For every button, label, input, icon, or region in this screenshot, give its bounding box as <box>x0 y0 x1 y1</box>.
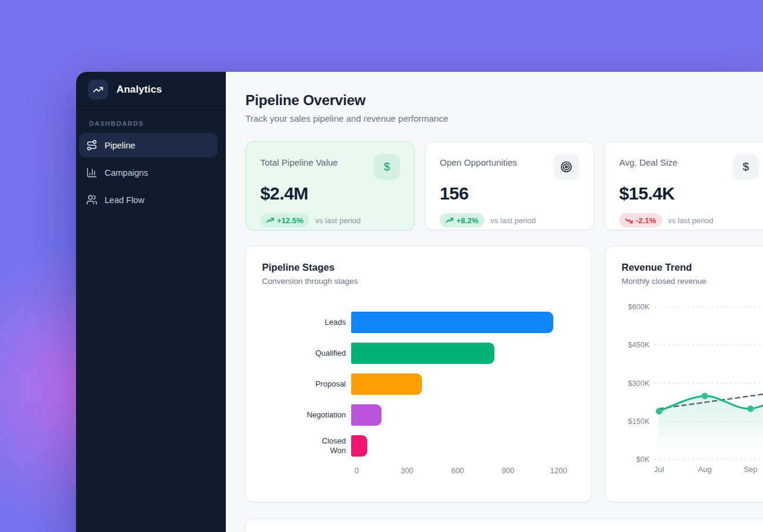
page-title: Pipeline Overview <box>245 92 763 109</box>
brand-title: Analytics <box>116 84 162 96</box>
sidebar-item-campaigns[interactable]: Campaigns <box>79 160 217 185</box>
delta-badge: +8.2% <box>440 213 484 227</box>
compare-label: vs last period <box>490 216 536 225</box>
kpi-label: Avg. Deal Size <box>619 155 677 167</box>
kpi-label: Total Pipeline Value <box>260 155 338 167</box>
kpi-value: 156 <box>440 183 579 204</box>
y-tick-label: $450K <box>628 341 650 349</box>
funnel-category-label: Negotiation <box>262 410 351 420</box>
funnel-bar-proposal <box>351 373 422 395</box>
revenue-area-fill <box>659 388 763 460</box>
delta-value: -2.1% <box>636 216 656 225</box>
sidebar-item-pipeline[interactable]: Pipeline <box>79 133 217 157</box>
target-icon <box>553 154 579 180</box>
funnel-category-label: ClosedWon <box>262 436 351 455</box>
pipeline-stages-card: Pipeline Stages Conversion through stage… <box>245 246 592 502</box>
page-subtitle: Track your sales pipeline and revenue pe… <box>245 113 763 124</box>
data-point-dot <box>656 408 663 414</box>
chart-subtitle: Monthly closed revenue <box>622 277 763 286</box>
funnel-bar-negotiation <box>351 404 382 426</box>
funnel-category-label: Qualified <box>262 349 351 358</box>
chart-title: Pipeline Stages <box>262 262 575 273</box>
revenue-chart-svg: $0K$150K$300K$450K$600KJulAugSep <box>622 301 763 479</box>
x-tick-label: 1200 <box>550 466 567 475</box>
delta-value: +8.2% <box>456 216 478 225</box>
route-icon <box>86 140 97 151</box>
sidebar: Analytics DASHBOARDS Pipeline Campaigns <box>76 72 226 532</box>
chart-subtitle: Conversion through stages <box>262 277 575 286</box>
y-tick-label: $0K <box>636 455 650 464</box>
bar-chart-icon <box>86 167 97 178</box>
y-tick-label: $300K <box>628 379 650 388</box>
y-tick-label: $600K <box>628 303 650 311</box>
data-point-dot <box>748 406 754 412</box>
sidebar-nav: Pipeline Campaigns Lead Flow <box>76 133 226 215</box>
kpi-row: Total Pipeline Value $ $2.4M +12.5% vs l… <box>245 141 763 230</box>
data-point-dot <box>702 392 708 399</box>
charts-row: Pipeline Stages Conversion through stage… <box>245 246 763 502</box>
trending-up-icon <box>266 217 274 224</box>
funnel-category-label: Leads <box>262 318 351 327</box>
funnel-bar-qualified <box>351 343 494 364</box>
compare-label: vs last period <box>668 216 714 225</box>
x-tick-label: Sep <box>743 465 757 474</box>
sidebar-item-label: Lead Flow <box>105 195 144 205</box>
funnel-bar-closed-won <box>351 435 367 457</box>
sidebar-item-label: Campaigns <box>105 168 148 178</box>
trending-up-logo-icon <box>88 80 108 100</box>
funnel-row: ClosedWon <box>262 435 575 457</box>
delta-value: +12.5% <box>277 216 303 225</box>
funnel-bar-leads <box>351 312 553 333</box>
main-content: Pipeline Overview Track your sales pipel… <box>226 72 763 532</box>
funnel-rows: LeadsQualifiedProposalNegotiationClosedW… <box>262 312 575 457</box>
kpi-value: $15.4K <box>619 183 759 204</box>
sidebar-item-label: Pipeline <box>105 141 135 150</box>
trending-down-icon <box>625 217 633 224</box>
compare-label: vs last period <box>315 216 361 225</box>
kpi-card-open-opportunities: Open Opportunities 156 +8.2% vs last per… <box>425 141 594 230</box>
sidebar-item-lead-flow[interactable]: Lead Flow <box>79 188 217 212</box>
sidebar-section-label: DASHBOARDS <box>89 120 226 127</box>
logo-row: Analytics <box>76 72 226 108</box>
delta-badge: +12.5% <box>260 213 309 227</box>
x-tick-label: 300 <box>401 466 414 475</box>
kpi-value: $2.4M <box>260 183 400 204</box>
x-tick-label: Aug <box>698 465 711 474</box>
funnel-x-axis: 03006009001200 <box>357 466 575 477</box>
revenue-trend-card: Revenue Trend Monthly closed revenue $0K… <box>605 246 763 502</box>
users-icon <box>86 194 97 205</box>
funnel-chart: LeadsQualifiedProposalNegotiationClosedW… <box>262 312 575 477</box>
funnel-row: Qualified <box>262 343 575 364</box>
x-tick-label: Jul <box>654 465 664 474</box>
additional-panel <box>245 518 763 532</box>
kpi-label: Open Opportunities <box>440 155 517 167</box>
kpi-card-total-pipeline-value: Total Pipeline Value $ $2.4M +12.5% vs l… <box>245 141 415 230</box>
chart-title: Revenue Trend <box>622 262 763 273</box>
kpi-card-avg-deal-size: Avg. Deal Size $ $15.4K -2.1% vs last pe… <box>604 141 763 230</box>
dollar-icon: $ <box>374 154 400 180</box>
revenue-line-chart: $0K$150K$300K$450K$600KJulAugSep <box>622 301 763 479</box>
y-tick-label: $150K <box>628 417 650 426</box>
trending-up-icon <box>446 217 453 224</box>
x-tick-label: 0 <box>354 466 358 475</box>
x-tick-label: 600 <box>451 466 464 475</box>
delta-badge: -2.1% <box>619 213 662 227</box>
funnel-row: Proposal <box>262 373 575 395</box>
dollar-icon: $ <box>733 154 759 180</box>
funnel-row: Negotiation <box>262 404 575 426</box>
x-tick-label: 900 <box>502 466 515 475</box>
funnel-category-label: Proposal <box>262 379 351 389</box>
funnel-row: Leads <box>262 312 575 333</box>
app-window: Analytics DASHBOARDS Pipeline Campaigns <box>76 72 763 532</box>
